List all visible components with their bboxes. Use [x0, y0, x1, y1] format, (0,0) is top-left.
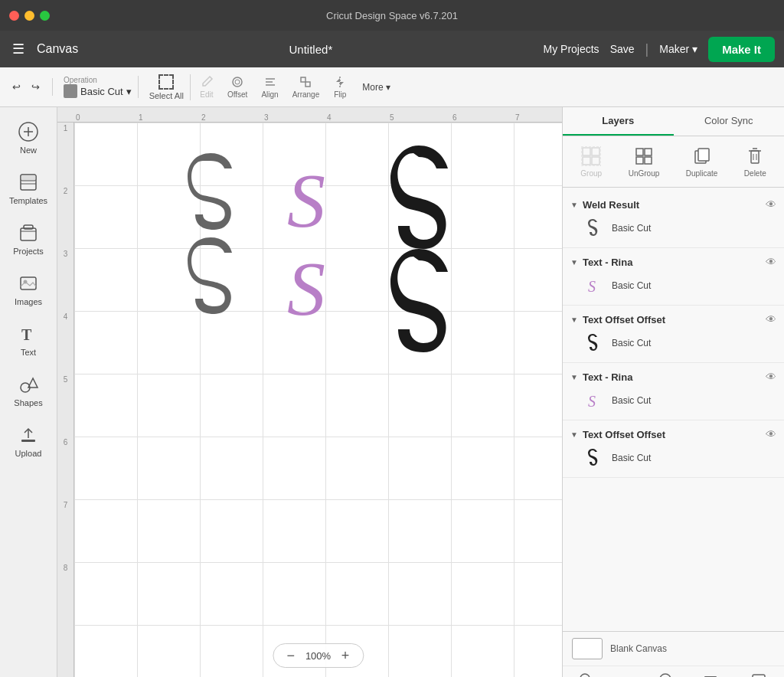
operation-chevron-icon: ▾: [126, 86, 132, 97]
flatten-button[interactable]: Flatten: [693, 670, 729, 677]
operation-group: Operation Basic Cut ▾: [57, 76, 139, 98]
minimize-button[interactable]: [24, 11, 34, 21]
save-button[interactable]: Save: [610, 43, 635, 55]
sidebar-item-images[interactable]: Images: [2, 265, 54, 314]
layer-header-text-offset-2[interactable]: ▼ Text Offset Offset 👁: [563, 425, 784, 443]
layer-item-tr2-1[interactable]: S Basic Cut: [563, 386, 784, 415]
text-offset-2-eye-icon[interactable]: 👁: [766, 428, 776, 440]
sidebar-item-templates[interactable]: Templates: [2, 164, 54, 213]
zoom-out-button[interactable]: −: [283, 647, 299, 664]
select-all-group[interactable]: Select All: [143, 74, 191, 100]
text-rina-2-eye-icon[interactable]: 👁: [766, 371, 776, 383]
ruler-mark-4: 4: [325, 113, 388, 122]
duplicate-button[interactable]: Duplicate: [680, 142, 724, 181]
text-rina-1-title: Text - Rina: [583, 257, 761, 268]
flip-label: Flip: [334, 90, 346, 99]
operation-select[interactable]: Basic Cut ▾: [64, 84, 132, 98]
attach-button[interactable]: Attach: [648, 670, 682, 677]
canvas-grid[interactable]: S S − 100%: [74, 123, 562, 677]
toolbar: ↩ ↪ Operation Basic Cut ▾ Select All Edi…: [0, 67, 784, 107]
maker-dropdown[interactable]: Maker ▾: [659, 43, 697, 55]
layer-header-text-rina-2[interactable]: ▼ Text - Rina 👁: [563, 368, 784, 386]
slice-button[interactable]: Slice: [568, 670, 597, 677]
canvas-container[interactable]: 0 1 2 3 4 5 6 7 1 2 3 4 5 6 7 8: [57, 107, 562, 677]
tab-layers[interactable]: Layers: [563, 107, 674, 136]
svg-rect-30: [581, 146, 601, 166]
layer-thumb-wr-1: [586, 218, 606, 238]
arrange-label: Arrange: [292, 90, 320, 99]
svg-rect-23: [21, 440, 35, 442]
fullscreen-button[interactable]: [40, 11, 50, 21]
svg-text:S: S: [588, 278, 596, 295]
text-rina-1-eye-icon[interactable]: 👁: [766, 256, 776, 268]
layer-group-text-rina-1: ▼ Text - Rina 👁 S Basic Cut: [563, 248, 784, 306]
edit-button[interactable]: Edit: [195, 74, 218, 100]
sidebar-item-new[interactable]: New: [2, 113, 54, 162]
redo-button[interactable]: ↪: [27, 78, 44, 96]
svg-rect-26: [583, 148, 590, 155]
weld-icon: [614, 672, 631, 677]
svg-rect-28: [583, 157, 590, 165]
undo-redo-group: ↩ ↪: [8, 78, 53, 96]
weld-button[interactable]: Weld: [608, 669, 638, 677]
svg-rect-5: [301, 77, 305, 82]
ruler-mark-0: 0: [74, 113, 137, 122]
zoom-in-button[interactable]: +: [337, 647, 354, 664]
ruler-numbers-h: 0 1 2 3 4 5 6 7: [74, 113, 562, 122]
zoom-controls: − 100% +: [273, 643, 364, 668]
layers-list: ▼ Weld Result 👁 Basic Cut ▼ Text - Rina …: [563, 188, 784, 631]
svg-point-0: [233, 77, 242, 87]
layer-group-text-offset-2: ▼ Text Offset Offset 👁 Basic Cut: [563, 420, 784, 478]
svg-marker-8: [336, 78, 340, 82]
layer-header-weld-result[interactable]: ▼ Weld Result 👁: [563, 195, 784, 214]
layer-group-text-rina-2: ▼ Text - Rina 👁 S Basic Cut: [563, 363, 784, 420]
text-rina-2-chevron-icon: ▼: [570, 373, 578, 381]
group-button[interactable]: Group: [574, 142, 608, 181]
layer-item-wr-1[interactable]: Basic Cut: [563, 214, 784, 243]
canvas-body: 1 2 3 4 5 6 7 8: [57, 123, 562, 677]
close-button[interactable]: [9, 11, 19, 21]
images-icon: [18, 273, 39, 294]
align-button[interactable]: Align: [256, 74, 283, 100]
svg-rect-16: [21, 228, 36, 240]
sidebar-item-text-label: Text: [21, 348, 36, 357]
group-label: Group: [580, 169, 602, 178]
sidebar-item-projects[interactable]: Projects: [2, 214, 54, 263]
ruler-mark-v-5: 5: [57, 374, 74, 437]
layer-item-to2-1[interactable]: Basic Cut: [563, 443, 784, 473]
contour-button[interactable]: Contour: [739, 670, 779, 677]
layer-group-text-offset-1: ▼ Text Offset Offset 👁 Basic Cut: [563, 306, 784, 363]
layer-item-to1-1[interactable]: Basic Cut: [563, 329, 784, 358]
top-nav: ☰ Canvas Untitled* My Projects Save | Ma…: [0, 31, 784, 67]
redo-icon: ↪: [31, 81, 40, 93]
select-all-icon: [158, 74, 174, 90]
sidebar-item-text[interactable]: T Text: [2, 316, 54, 365]
ruler-mark-v-2: 2: [57, 185, 74, 248]
hamburger-menu[interactable]: ☰: [9, 38, 28, 61]
text-offset-1-eye-icon[interactable]: 👁: [766, 313, 776, 325]
sidebar-item-shapes[interactable]: Shapes: [2, 366, 54, 415]
make-it-button[interactable]: Make It: [708, 37, 775, 62]
arrange-button[interactable]: Arrange: [288, 74, 325, 100]
flip-button[interactable]: Flip: [328, 74, 351, 100]
undo-button[interactable]: ↩: [8, 78, 25, 96]
blank-canvas-label: Blank Canvas: [610, 643, 667, 654]
my-projects-button[interactable]: My Projects: [544, 43, 599, 55]
ungroup-button[interactable]: UnGroup: [622, 142, 666, 181]
more-button[interactable]: More ▾: [356, 79, 397, 96]
weld-result-eye-icon[interactable]: 👁: [766, 198, 776, 211]
svg-rect-32: [645, 149, 652, 155]
blank-canvas-row[interactable]: Blank Canvas: [563, 632, 784, 666]
layer-header-text-offset-1[interactable]: ▼ Text Offset Offset 👁: [563, 310, 784, 329]
sidebar-item-upload[interactable]: Upload: [2, 417, 54, 466]
offset-button[interactable]: Offset: [223, 74, 253, 100]
ruler-mark-6: 6: [451, 113, 514, 122]
layer-item-tr1-1[interactable]: S Basic Cut: [563, 271, 784, 300]
weld-result-chevron-icon: ▼: [570, 201, 578, 209]
left-sidebar: New Templates Projects Images T Text: [0, 107, 57, 677]
tab-color-sync[interactable]: Color Sync: [674, 107, 785, 136]
delete-button[interactable]: Delete: [738, 142, 773, 181]
weld-result-title: Weld Result: [583, 199, 761, 211]
flip-icon: [333, 75, 347, 89]
layer-header-text-rina-1[interactable]: ▼ Text - Rina 👁: [563, 253, 784, 271]
